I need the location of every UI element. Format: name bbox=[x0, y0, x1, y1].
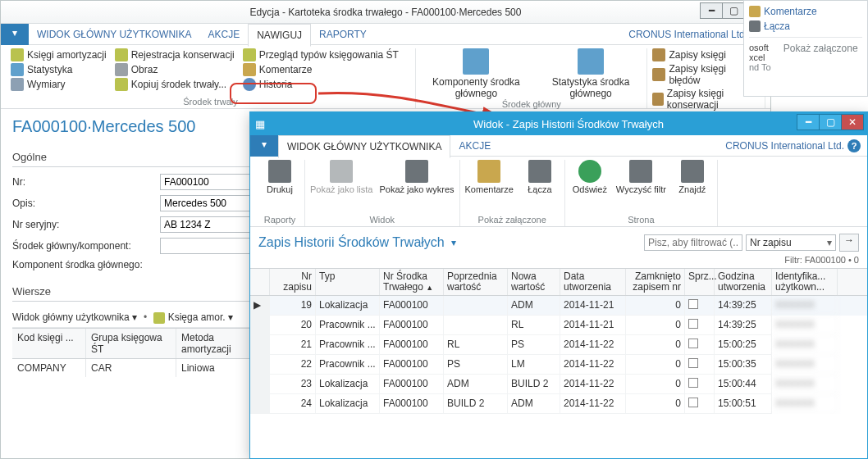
refresh-button[interactable]: Odśwież bbox=[570, 160, 610, 194]
input-description[interactable] bbox=[160, 195, 258, 211]
cell-sold[interactable] bbox=[685, 335, 715, 355]
history-tab-actions[interactable]: AKCJE bbox=[450, 135, 499, 157]
cell-user: XXXXXX bbox=[772, 335, 838, 355]
cell-prev: ADM bbox=[444, 375, 508, 394]
cell-fa-no: FA000100 bbox=[380, 394, 444, 414]
col-posting-group[interactable]: Grupa księgowa ŚT bbox=[86, 329, 176, 358]
maximize-button[interactable]: ▢ bbox=[722, 2, 745, 19]
label: Nr Środka Trwałego bbox=[383, 270, 427, 293]
find-button[interactable]: Znajdź bbox=[673, 160, 712, 194]
input-main-component[interactable] bbox=[160, 238, 258, 254]
links-button[interactable]: Łącza bbox=[520, 160, 560, 194]
col-entry-no[interactable]: Nr zapisu bbox=[270, 269, 316, 295]
print-icon bbox=[268, 160, 291, 183]
cell-date: 2014-11-22 bbox=[560, 375, 626, 394]
chevron-down-icon[interactable]: ▾ bbox=[451, 237, 456, 248]
col-fa-no[interactable]: Nr Środka Trwałego ▲ bbox=[380, 269, 444, 295]
statistics-button[interactable]: Statystyka bbox=[11, 63, 107, 76]
app-menu[interactable]: ▾ bbox=[1, 24, 29, 45]
tab-home[interactable]: WIDOK GŁÓWNY UŻYTKOWNIKA bbox=[29, 24, 199, 45]
stats-icon bbox=[11, 63, 24, 76]
close-button[interactable]: ✕ bbox=[841, 114, 864, 130]
row-handle[interactable] bbox=[250, 394, 270, 414]
col-created-date[interactable]: Data utworzenia bbox=[560, 269, 626, 295]
cell-new: PS bbox=[508, 335, 560, 355]
history-list-header: Zapis Historii Środków Trwałych ▾ Nr zap… bbox=[250, 227, 867, 255]
list-icon bbox=[330, 160, 353, 183]
col-closed-by[interactable]: Zamknięto zapisem nr bbox=[626, 269, 685, 295]
history-grid-row[interactable]: 21Pracownik ...FA000100RLPS2014-11-22015… bbox=[250, 335, 867, 355]
excel-links[interactable]: Łącza bbox=[749, 20, 862, 32]
col-depr-method[interactable]: Metoda amortyzacji bbox=[176, 329, 258, 358]
show-as-list-button[interactable]: Pokaż jako lista bbox=[310, 160, 372, 194]
cell-fa-no: FA000100 bbox=[380, 316, 444, 335]
row-handle[interactable] bbox=[250, 375, 270, 394]
row-handle[interactable] bbox=[250, 355, 270, 375]
filter-input[interactable] bbox=[644, 234, 742, 251]
comments-button[interactable]: Komentarze bbox=[465, 160, 514, 194]
group-show-attached: Komentarze Łącza Pokaż załączone bbox=[460, 160, 565, 226]
row-handle[interactable] bbox=[250, 335, 270, 355]
col-user-id[interactable]: Identyfika... użytkown... bbox=[772, 269, 838, 295]
col-book-code[interactable]: Kod księgi ... bbox=[12, 329, 86, 358]
col-prev-value[interactable]: Poprzednia wartość bbox=[444, 269, 508, 295]
history-tab-home[interactable]: WIDOK GŁÓWNY UŻYTKOWNIKA bbox=[278, 135, 450, 158]
filter-icon bbox=[629, 160, 652, 183]
label: Obraz bbox=[131, 64, 158, 75]
minimize-button[interactable]: ━ bbox=[797, 114, 820, 130]
row-handle[interactable]: ▶ bbox=[250, 296, 270, 316]
find-icon bbox=[681, 160, 704, 183]
cell-time: 14:39:25 bbox=[715, 316, 772, 335]
input-serial[interactable] bbox=[160, 216, 258, 233]
comments-button[interactable]: Komentarze bbox=[243, 63, 399, 76]
col-sold[interactable]: Sprz... bbox=[685, 269, 715, 295]
maximize-button[interactable]: ▢ bbox=[819, 114, 842, 130]
print-button[interactable]: Drukuj bbox=[260, 160, 299, 194]
show-as-chart-button[interactable]: Pokaż jako wykres bbox=[379, 160, 454, 194]
cell-user: XXXXXX bbox=[772, 316, 838, 335]
history-company-label: CRONUS International Ltd. ? bbox=[725, 139, 867, 152]
copy-fa-button[interactable]: Kopiuj środek trwały... bbox=[115, 78, 235, 91]
col-new-value[interactable]: Nowa wartość bbox=[508, 269, 560, 295]
toolbar-view-menu[interactable]: Widok główny użytkownika ▾ bbox=[12, 311, 137, 323]
filter-go-button[interactable]: → bbox=[839, 234, 859, 252]
tab-actions[interactable]: AKCJE bbox=[199, 24, 248, 45]
history-grid-row[interactable]: 23LokalizacjaFA000100ADMBUILD 22014-11-2… bbox=[250, 375, 867, 394]
tab-navigate[interactable]: NAWIGUJ bbox=[248, 24, 311, 47]
main-asset-statistics-button[interactable]: Statystyka środka głównego bbox=[540, 48, 642, 99]
col-created-time[interactable]: Godzina utworzenia bbox=[715, 269, 772, 295]
filter-column-select[interactable]: Nr zapisu ▾ bbox=[746, 234, 836, 251]
col-type[interactable]: Typ bbox=[316, 269, 380, 295]
cell-sold[interactable] bbox=[685, 296, 715, 316]
cell-sold[interactable] bbox=[685, 375, 715, 394]
history-grid-row[interactable]: 20Pracownik ...FA000100RL2014-11-21014:3… bbox=[250, 316, 867, 335]
clear-filter-button[interactable]: Wyczyść filtr bbox=[616, 160, 666, 194]
maintenance-registration-button[interactable]: Rejestracja konserwacji bbox=[115, 48, 235, 61]
cell-sold[interactable] bbox=[685, 355, 715, 375]
label: Kopiuj środek trwały... bbox=[131, 79, 227, 90]
input-no[interactable] bbox=[160, 174, 258, 190]
main-asset-components-button[interactable]: Komponenty środka głównego bbox=[421, 48, 532, 99]
cell-sold[interactable] bbox=[685, 316, 715, 335]
history-grid-row[interactable]: ▶19LokalizacjaFA000100ADM2014-11-21014:3… bbox=[250, 296, 867, 316]
depreciation-books-button[interactable]: Księgi amortyzacji bbox=[11, 48, 107, 61]
help-icon[interactable]: ? bbox=[847, 139, 861, 152]
history-grid-row[interactable]: 24LokalizacjaFA000100BUILD 2ADM2014-11-2… bbox=[250, 394, 867, 414]
label: Komponenty środka głównego bbox=[421, 76, 532, 99]
cell-time: 14:39:25 bbox=[715, 296, 772, 316]
history-grid-row[interactable]: 22Pracownik ...FA000100PSLM2014-11-22015… bbox=[250, 355, 867, 375]
excel-comments[interactable]: Komentarze bbox=[749, 6, 862, 17]
tab-reports[interactable]: RAPORTY bbox=[311, 24, 375, 45]
cell-sold[interactable] bbox=[685, 394, 715, 414]
history-button[interactable]: Historia bbox=[243, 78, 399, 91]
minimize-button[interactable]: ━ bbox=[700, 2, 723, 19]
history-app-menu[interactable]: ▾ bbox=[250, 135, 278, 157]
picture-button[interactable]: Obraz bbox=[115, 63, 235, 76]
window-title: Edycja - Kartoteka środka trwałego - FA0… bbox=[250, 7, 522, 18]
toolbar-book-menu[interactable]: Księga amor. ▾ bbox=[153, 311, 233, 324]
posting-types-overview-button[interactable]: Przegląd typów księgowania ŚT bbox=[243, 48, 399, 61]
dimensions-button[interactable]: Wymiary bbox=[11, 78, 107, 91]
row-handle[interactable] bbox=[250, 316, 270, 335]
cell-fa-no: FA000100 bbox=[380, 375, 444, 394]
cell-fa-no: FA000100 bbox=[380, 296, 444, 316]
